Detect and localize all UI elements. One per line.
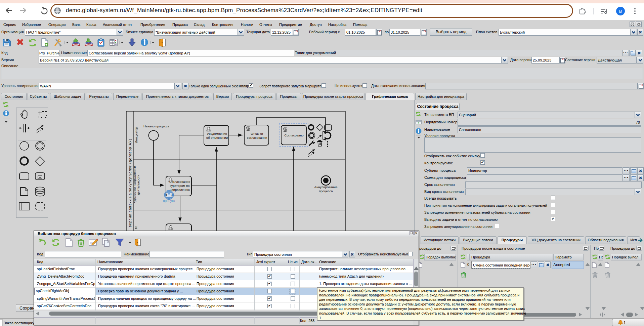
svg-text:Отказ от: Отказ от (251, 132, 263, 135)
svg-text:куратором по: куратором по (170, 184, 190, 188)
svg-text:версии заявки на закупку услуг: версии заявки на закупку услуг (договор … (128, 138, 132, 227)
svg-text:Согласовано: Согласовано (284, 133, 303, 137)
svg-text:пропуск: пропуск (163, 199, 175, 203)
svg-text:согласования: согласования (247, 136, 267, 139)
svg-text:об отклонении: об отклонении (206, 136, 228, 139)
svg-text:10: 10 (134, 226, 138, 230)
svg-text:Начало процесса: Начало процесса (143, 124, 170, 128)
svg-text:Инициатор: Инициатор (134, 127, 138, 143)
svg-text:Аннулирование: Аннулирование (314, 185, 338, 189)
svg-text:деятельности: деятельности (136, 175, 140, 195)
svg-text:направлению: направлению (170, 188, 190, 192)
svg-text:B: B (619, 9, 622, 14)
svg-text:1: 1 (624, 321, 626, 325)
svg-text:Куратор по направлению: Куратор по направлению (133, 166, 136, 204)
svg-text:процесса: процесса (319, 189, 333, 193)
svg-text:Уведомление: Уведомление (207, 132, 227, 135)
